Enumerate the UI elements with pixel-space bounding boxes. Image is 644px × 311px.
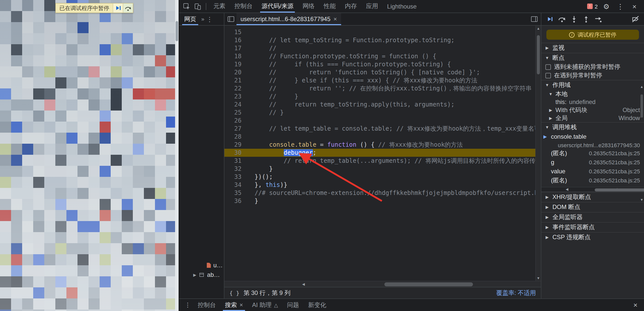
section-事件监听器断点[interactable]: ▶事件监听器断点 (541, 222, 644, 232)
section-DOM 断点[interactable]: ▶DOM 断点 (541, 202, 644, 212)
call-stack-frame-active[interactable]: ▶console.table (541, 132, 644, 141)
editor-vertical-scrollbar[interactable]: ▲ ▼ (535, 26, 541, 281)
line-number[interactable]: 30 (224, 149, 248, 157)
code-line-33[interactable]: 33})(); (224, 173, 535, 181)
devtools-tab-应用[interactable]: 应用 (361, 0, 383, 13)
step-button[interactable] (593, 14, 604, 25)
scroll-up-icon[interactable]: ▲ (639, 84, 644, 89)
inspect-element-icon[interactable] (181, 1, 192, 12)
section-scope[interactable]: ▼ 作用域 (541, 80, 644, 90)
line-number[interactable]: 23 (224, 92, 248, 100)
scroll-left-icon[interactable]: ◀ (541, 187, 593, 192)
drawer-tab-AI 助理[interactable]: AI 助理△ (248, 299, 283, 311)
code-line-23[interactable]: 23 // } (224, 92, 535, 100)
issues-counter[interactable]: ! 2 (587, 3, 598, 9)
devtools-tab-控制台[interactable]: 控制台 (230, 0, 257, 13)
code-editor[interactable]: 1516 // let temp_toString = Function.pro… (224, 26, 541, 281)
devtools-menu-icon[interactable]: ⋮ (615, 1, 626, 12)
line-number[interactable]: 35 (224, 189, 248, 197)
line-number[interactable]: 17 (224, 44, 248, 52)
scope-entry[interactable]: this: undefined (541, 98, 644, 106)
section-全局监听器[interactable]: ▶全局监听器 (541, 212, 644, 222)
tree-item-frame[interactable]: ▶ ab… (179, 270, 224, 279)
devtools-tab-性能[interactable]: 性能 (319, 0, 340, 13)
code-line-27[interactable]: 27 // let temp_table = console.table; //… (224, 125, 535, 133)
code-line-24[interactable]: 24 // return temp_toString.apply(this, a… (224, 100, 535, 109)
line-number[interactable]: 27 (224, 125, 248, 133)
line-number[interactable]: 21 (224, 76, 248, 84)
code-line-35[interactable]: 35//# sourceURL=chrome-extension://dhdgf… (224, 189, 535, 197)
code-line-32[interactable]: 32 } (224, 165, 535, 173)
line-number[interactable]: 29 (224, 141, 248, 149)
code-line-20[interactable]: 20 // return 'function toString() { [nat… (224, 68, 535, 76)
line-number[interactable]: 20 (224, 68, 248, 76)
devtools-tab-内存[interactable]: 内存 (340, 0, 361, 13)
line-number[interactable]: 22 (224, 84, 248, 92)
navigator-menu-icon[interactable]: ⋮ (206, 15, 213, 23)
drawer-close-icon[interactable]: × (630, 299, 641, 310)
line-number[interactable]: 16 (224, 36, 248, 44)
line-number[interactable]: 33 (224, 173, 248, 181)
devtools-tab-网络[interactable]: 网络 (298, 0, 319, 13)
toggle-debugger-sidebar-icon[interactable] (529, 14, 540, 25)
line-number[interactable]: 31 (224, 157, 248, 165)
step-out-button[interactable] (581, 14, 592, 25)
call-stack-frame[interactable]: (匿名)0.2635c521cba.js:25 (541, 176, 644, 185)
line-number[interactable]: 32 (224, 165, 248, 173)
call-stack-frame[interactable]: value0.2635c521cba.js:25 (541, 167, 644, 176)
pretty-print-icon[interactable]: { } (229, 290, 239, 296)
sidebar-horizontal-scrollbar[interactable]: ◀ ▶ (541, 187, 644, 192)
line-number[interactable]: 26 (224, 117, 248, 125)
code-line-15[interactable]: 15 (224, 28, 535, 36)
code-line-29[interactable]: 29 console.table = function () { // 将xxx… (224, 141, 535, 149)
resume-button[interactable] (544, 14, 555, 25)
line-number[interactable]: 15 (224, 28, 248, 36)
checkbox[interactable] (545, 64, 551, 70)
devtools-tab-Lighthouse[interactable]: Lighthouse (383, 0, 421, 13)
drawer-tab-新变化[interactable]: 新变化 (304, 299, 331, 311)
file-tab[interactable]: userscript.html...6-8e2831677945 × (236, 13, 341, 25)
settings-gear-icon[interactable]: ⚙ (601, 1, 612, 12)
tree-item-userscript[interactable]: u… (179, 260, 224, 270)
line-number[interactable]: 24 (224, 100, 248, 109)
section-CSP 违规断点[interactable]: ▶CSP 违规断点 (541, 232, 644, 242)
editor-horizontal-scrollbar[interactable]: ◀ ▶ (224, 281, 541, 287)
scope-entry[interactable]: ▶全局Window (541, 114, 644, 122)
line-number[interactable]: 36 (224, 197, 248, 205)
line-number[interactable]: 34 (224, 181, 248, 189)
code-line-16[interactable]: 16 // let temp_toString = Function.proto… (224, 36, 535, 44)
step-over-button[interactable] (556, 14, 568, 25)
sidebar-hscroll-thumb[interactable] (595, 188, 644, 191)
sidebar-vertical-scrollbar[interactable]: ▲ ▼ (639, 84, 644, 202)
code-line-22[interactable]: 22 // return ''; // 在控制台执行xxx.toString()… (224, 84, 535, 92)
drawer-menu-icon[interactable]: ⋮ (182, 299, 193, 310)
section-XHR/提取断点[interactable]: ▶XHR/提取断点 (541, 192, 644, 202)
code-line-34[interactable]: 34}, this)} (224, 181, 535, 189)
drawer-tab-问题[interactable]: 问题 (283, 299, 304, 311)
editor-vscroll-thumb[interactable] (537, 35, 540, 74)
call-stack-frame[interactable]: g0.2635c521cba.js:25 (541, 158, 644, 167)
scroll-up-icon[interactable]: ▲ (536, 26, 541, 31)
step-over-button-overlay[interactable] (123, 4, 133, 13)
code-line-28[interactable]: 28 (224, 133, 535, 141)
section-breakpoints[interactable]: ▼ 断点 (541, 53, 644, 63)
step-into-button[interactable] (569, 14, 580, 25)
code-line-25[interactable]: 25 // } (224, 109, 535, 117)
code-line-17[interactable]: 17 // (224, 44, 535, 52)
line-number[interactable]: 18 (224, 52, 248, 60)
navigator-tab-page[interactable]: 网页 (181, 13, 199, 25)
drawer-tab-搜索[interactable]: 搜索× (220, 299, 248, 311)
scroll-down-icon[interactable]: ▼ (536, 275, 541, 281)
scope-entry[interactable]: ▶With 代码块Object (541, 106, 644, 114)
collapse-navigator-icon[interactable] (225, 14, 236, 25)
scroll-left-icon[interactable]: ◀ (224, 281, 383, 287)
resume-script-button[interactable] (113, 4, 123, 13)
section-watch[interactable]: ▶ 监视 (541, 43, 644, 53)
section-call-stack[interactable]: ▼ 调用堆栈 (541, 122, 644, 132)
code-line-19[interactable]: 19 // if (this === Function.prototype.to… (224, 60, 535, 68)
page-scrollbar[interactable] (175, 0, 179, 311)
coverage-status[interactable]: 覆盖率: 不适用 (496, 289, 536, 297)
call-stack-frame[interactable]: (匿名)0.2635c521cba.js:25 (541, 149, 644, 158)
editor-hscroll-thumb[interactable] (384, 282, 473, 286)
expand-chevron-icon[interactable]: ▶ (193, 273, 196, 277)
